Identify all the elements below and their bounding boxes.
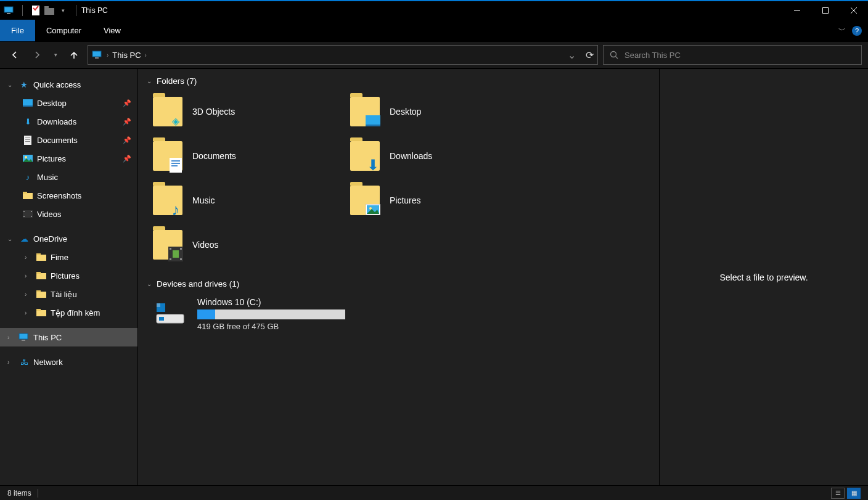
- search-placeholder: Search This PC: [624, 51, 681, 60]
- sidebar-item-label: Downloads: [37, 117, 76, 126]
- tree-this-pc[interactable]: › This PC: [0, 328, 137, 346]
- qat-dropdown-icon[interactable]: ▾: [57, 5, 68, 16]
- chevron-right-icon[interactable]: ›: [145, 52, 147, 59]
- chevron-down-icon[interactable]: ⌄: [147, 281, 152, 287]
- view-details-button[interactable]: ☰: [831, 488, 845, 499]
- ribbon-collapse-icon[interactable]: ﹀: [838, 25, 846, 36]
- minimize-button[interactable]: [783, 1, 811, 20]
- folder-downloads[interactable]: ⬇Downloads: [350, 139, 547, 173]
- breadcrumb-this-pc[interactable]: This PC: [112, 51, 141, 60]
- back-button[interactable]: [6, 46, 23, 64]
- sidebar-item-label: Videos: [37, 210, 62, 219]
- sidebar-item-fime[interactable]: ›Fime: [0, 248, 137, 266]
- svg-rect-48: [180, 258, 182, 260]
- quick-access-toolbar: ▾: [0, 5, 81, 16]
- ribbon-tabs: File Computer View ﹀ ?: [0, 20, 868, 42]
- chevron-down-icon[interactable]: ⌄: [7, 81, 15, 88]
- forward-button[interactable]: [28, 46, 46, 64]
- svg-rect-33: [19, 334, 28, 339]
- chevron-right-icon[interactable]: ›: [7, 359, 15, 366]
- chevron-down-icon[interactable]: ⌄: [7, 236, 15, 242]
- drive-c[interactable]: Windows 10 (C:) 419 GB free of 475 GB: [138, 293, 659, 343]
- svg-rect-8: [95, 57, 99, 59]
- sidebar-item-tailieu[interactable]: ›Tài liệu: [0, 285, 137, 303]
- svg-rect-46: [170, 258, 171, 260]
- svg-rect-32: [36, 309, 41, 311]
- folder-label: Documents: [192, 151, 236, 161]
- svg-point-17: [25, 156, 27, 158]
- up-button[interactable]: [65, 46, 83, 64]
- tree-network[interactable]: › 🖧 Network: [0, 353, 137, 371]
- sidebar-item-label: Music: [37, 173, 58, 182]
- sidebar-item-music[interactable]: ♪Music: [0, 168, 137, 186]
- tab-computer[interactable]: Computer: [35, 20, 92, 41]
- svg-rect-25: [36, 255, 46, 261]
- sidebar-item-label: This PC: [33, 333, 62, 342]
- onedrive-icon: ☁: [18, 234, 30, 244]
- group-header-label: Folders (7): [157, 76, 197, 86]
- sidebar-item-od-pictures[interactable]: ›Pictures: [0, 266, 137, 285]
- folder-documents[interactable]: Documents: [153, 139, 350, 173]
- tree-quick-access[interactable]: ⌄ ★ Quick access: [0, 75, 137, 94]
- status-bar: 8 items ☰ ▦: [0, 485, 868, 500]
- svg-rect-1: [7, 13, 10, 14]
- sidebar-item-videos[interactable]: Videos: [0, 205, 137, 223]
- sidebar-item-label: Tài liệu: [51, 290, 77, 299]
- music-icon: ♪: [22, 172, 33, 182]
- navigation-pane: ⌄ ★ Quick access Desktop📌 ⬇Downloads📌 Do…: [0, 69, 138, 485]
- folder-icon: ♪: [153, 186, 182, 215]
- svg-rect-18: [23, 193, 33, 199]
- view-tiles-button[interactable]: ▦: [847, 488, 861, 499]
- sidebar-item-tepdinhkem[interactable]: ›Tệp đính kèm: [0, 303, 137, 322]
- sidebar-item-documents[interactable]: Documents📌: [0, 131, 137, 149]
- sidebar-item-screenshots[interactable]: Screenshots: [0, 186, 137, 205]
- sidebar-item-pictures[interactable]: Pictures📌: [0, 149, 137, 168]
- maximize-button[interactable]: [811, 1, 840, 20]
- chevron-right-icon[interactable]: ›: [25, 291, 32, 298]
- chevron-right-icon[interactable]: ›: [25, 309, 32, 316]
- chevron-right-icon[interactable]: ›: [25, 273, 32, 279]
- search-box[interactable]: Search This PC: [603, 45, 862, 65]
- svg-rect-51: [159, 317, 164, 321]
- title-bar: ▾ This PC: [0, 0, 868, 20]
- folder-desktop[interactable]: Desktop: [350, 94, 547, 129]
- svg-rect-14: [25, 139, 30, 140]
- desktop-icon: [365, 114, 381, 128]
- sidebar-item-label: OneDrive: [33, 234, 67, 244]
- sidebar-item-downloads[interactable]: ⬇Downloads📌: [0, 112, 137, 131]
- properties-icon[interactable]: [30, 5, 41, 16]
- drive-usage-fill: [197, 309, 215, 319]
- main-area: ⌄ ★ Quick access Desktop📌 ⬇Downloads📌 Do…: [0, 69, 868, 485]
- folder-3d-objects[interactable]: ◈3D Objects: [153, 94, 350, 129]
- group-header-folders[interactable]: ⌄ Folders (7): [138, 72, 659, 91]
- svg-rect-49: [173, 250, 179, 258]
- group-header-drives[interactable]: ⌄ Devices and drives (1): [138, 274, 659, 293]
- preview-empty-text: Select a file to preview.: [719, 273, 808, 282]
- address-bar[interactable]: › This PC › ⌄ ⟳: [88, 45, 598, 65]
- chevron-down-icon[interactable]: ⌄: [147, 78, 152, 84]
- star-icon: ★: [18, 80, 30, 89]
- tab-file[interactable]: File: [0, 20, 35, 41]
- chevron-right-icon[interactable]: ›: [25, 254, 32, 261]
- chevron-right-icon[interactable]: ›: [107, 52, 108, 59]
- close-button[interactable]: [840, 1, 868, 20]
- folder-music[interactable]: ♪Music: [153, 183, 350, 218]
- sidebar-item-label: Desktop: [37, 99, 67, 108]
- pin-icon: 📌: [123, 118, 131, 126]
- network-icon: 🖧: [18, 357, 30, 367]
- new-folder-icon[interactable]: [44, 5, 55, 16]
- tab-view[interactable]: View: [92, 20, 132, 41]
- refresh-icon[interactable]: ⟳: [586, 49, 594, 61]
- svg-rect-0: [4, 7, 13, 12]
- folder-videos[interactable]: Videos: [153, 227, 350, 262]
- drive-name: Windows 10 (C:): [197, 297, 345, 307]
- address-dropdown-icon[interactable]: ⌄: [568, 49, 576, 61]
- chevron-right-icon[interactable]: ›: [7, 334, 15, 341]
- sidebar-item-desktop[interactable]: Desktop📌: [0, 94, 137, 112]
- sidebar-item-label: Tệp đính kèm: [51, 308, 100, 318]
- svg-rect-35: [366, 115, 380, 125]
- recent-locations-button[interactable]: ▾: [51, 46, 60, 64]
- help-icon[interactable]: ?: [852, 26, 862, 36]
- folder-pictures[interactable]: Pictures: [350, 183, 547, 218]
- tree-onedrive[interactable]: ⌄ ☁ OneDrive: [0, 229, 137, 248]
